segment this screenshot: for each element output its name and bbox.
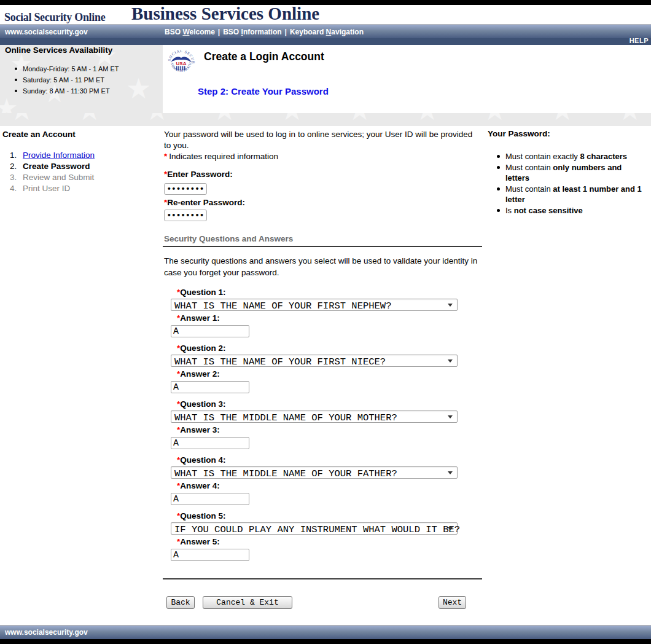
- answer-4-input[interactable]: [171, 493, 249, 505]
- section-divider: [163, 246, 482, 247]
- question-3-select[interactable]: WHAT IS THE MIDDLE NAME OF YOUR MOTHER?: [171, 410, 458, 423]
- password-rules-list: Must contain exactly 8 characters Must c…: [496, 151, 642, 216]
- cancel-exit-button[interactable]: Cancel & Exit: [203, 596, 292, 609]
- question-2-select[interactable]: WHAT IS THE NAME OF YOUR FIRST NIECE?: [171, 355, 458, 367]
- question-5-label: *Question 5:: [177, 511, 226, 520]
- intro-text: Your password will be used to log in to …: [164, 129, 481, 151]
- answer-1-label: *Answer 1:: [177, 313, 220, 323]
- star-decoration-icon: [212, 113, 237, 124]
- page: Social Security Online Business Services…: [0, 0, 651, 644]
- question-3-label: *Question 3:: [177, 399, 226, 409]
- answer-2-label: *Answer 2:: [177, 369, 220, 379]
- answer-3-input[interactable]: [171, 437, 249, 449]
- password-rule: Must contain only numbers and letters: [496, 162, 642, 183]
- star-decoration-icon: [126, 74, 151, 103]
- password-rule: Is not case sensitive: [496, 205, 642, 216]
- next-button[interactable]: Next: [439, 596, 466, 609]
- nav-separator: |: [218, 28, 220, 36]
- svg-text:USA: USA: [176, 61, 187, 66]
- site-name: Social Security Online: [4, 11, 105, 24]
- star-decoration-icon: [9, 113, 34, 124]
- reenter-password-input[interactable]: [164, 210, 207, 221]
- enter-password-input[interactable]: [164, 183, 207, 195]
- answer-5-input[interactable]: [171, 549, 249, 561]
- nav-separator: |: [285, 28, 287, 36]
- top-border-bar: [0, 0, 651, 5]
- star-band: [0, 113, 651, 126]
- bottom-border-bar: [0, 639, 651, 644]
- dropdown-arrow-icon: [448, 304, 453, 307]
- step-title: Step 2: Create Your Password: [198, 86, 329, 96]
- bullet-icon: [497, 209, 500, 212]
- provide-information-link[interactable]: Provide Information: [23, 151, 95, 160]
- answer-1-input[interactable]: [171, 325, 249, 337]
- bullet-icon: [497, 155, 500, 158]
- bullet-icon: [15, 79, 17, 81]
- question-1-label: *Question 1:: [177, 288, 226, 297]
- steps-title: Create an Account: [2, 130, 76, 139]
- password-rule: Must contain at least 1 number and 1 let…: [496, 184, 642, 205]
- nav-bso-information[interactable]: BSO Information: [223, 28, 281, 36]
- bullet-icon: [15, 68, 17, 70]
- question-4-select[interactable]: WHAT IS THE MIDDLE NAME OF YOUR FATHER?: [171, 466, 458, 479]
- availability-item: Sunday: 8 AM - 11:30 PM ET: [15, 88, 119, 95]
- help-link[interactable]: HELP: [630, 37, 649, 44]
- site-url-label: www.socialsecurity.gov: [5, 25, 88, 39]
- star-decoration-icon: [347, 113, 372, 124]
- question-1-select[interactable]: WHAT IS THE NAME OF YOUR FIRST NEPHEW?: [171, 299, 458, 311]
- answer-4-label: *Answer 4:: [177, 481, 220, 490]
- page-title: Create a Login Account: [204, 50, 324, 63]
- footer-url-label: www.socialsecurity.gov: [5, 626, 88, 639]
- star-decoration-icon: [617, 113, 642, 124]
- availability-panel: Online Services Availability Monday-Frid…: [0, 45, 163, 113]
- dropdown-arrow-icon: [448, 527, 453, 530]
- dropdown-arrow-icon: [448, 359, 453, 363]
- answer-3-label: *Answer 3:: [177, 425, 220, 434]
- ssa-seal-icon: SOCIAL SECURITY ADMINISTRATION USA: [166, 47, 197, 77]
- star-decoration-icon: [550, 113, 575, 124]
- step-create-password: 2.Create Password: [10, 162, 95, 171]
- help-bar: HELP: [0, 38, 651, 45]
- bullet-icon: [497, 166, 500, 169]
- question-4-label: *Question 4:: [177, 455, 226, 465]
- dropdown-arrow-icon: [448, 415, 453, 418]
- step-print-user-id: 4.Print User ID: [10, 184, 95, 193]
- security-section-title: Security Questions and Answers: [164, 234, 293, 243]
- primary-navbar: www.socialsecurity.gov BSO Welcome|BSO I…: [0, 25, 651, 38]
- bullet-icon: [15, 90, 17, 92]
- back-button[interactable]: Back: [166, 596, 195, 609]
- question-2-label: *Question 2:: [177, 344, 226, 353]
- password-rules-title: Your Password:: [488, 129, 550, 138]
- nav-bso-welcome[interactable]: BSO Welcome: [165, 28, 215, 36]
- answer-2-input[interactable]: [171, 381, 249, 393]
- availability-list: Monday-Friday: 5 AM - 1 AM ET Saturday: …: [15, 66, 119, 99]
- availability-title: Online Services Availability: [5, 45, 112, 55]
- availability-item: Saturday: 5 AM - 11 PM ET: [15, 77, 119, 84]
- app-title: Business Services Online: [131, 4, 319, 24]
- footer-bar: www.socialsecurity.gov: [0, 626, 651, 639]
- answer-5-label: *Answer 5:: [177, 537, 220, 546]
- steps-list: 1.Provide Information 2.Create Password …: [10, 151, 95, 195]
- password-rule: Must contain exactly 8 characters: [496, 151, 642, 162]
- question-5-select[interactable]: IF YOU COULD PLAY ANY INSTRUMENT WHAT WO…: [171, 522, 458, 535]
- step-review-and-submit: 3.Review and Submit: [10, 173, 95, 182]
- security-section-description: The security questions and answers you s…: [164, 255, 486, 278]
- nav-keyboard-navigation[interactable]: Keyboard Navigation: [290, 28, 364, 36]
- bullet-icon: [497, 187, 500, 190]
- reenter-password-label: *Re-enter Password:: [164, 198, 245, 207]
- availability-item: Monday-Friday: 5 AM - 1 AM ET: [15, 66, 119, 73]
- star-decoration-icon: [279, 113, 305, 124]
- star-decoration-icon: [144, 113, 170, 124]
- enter-password-label: *Enter Password:: [164, 170, 233, 179]
- star-decoration-icon: [77, 113, 102, 124]
- nav-links: BSO Welcome|BSO Information|Keyboard Nav…: [135, 25, 393, 39]
- step-provide-information: 1.Provide Information: [10, 151, 95, 160]
- star-decoration-icon: [415, 113, 440, 124]
- required-note: *Indicates required information: [164, 152, 278, 161]
- dropdown-arrow-icon: [448, 471, 453, 474]
- star-decoration-icon: [482, 113, 507, 124]
- footer-divider: [163, 578, 482, 579]
